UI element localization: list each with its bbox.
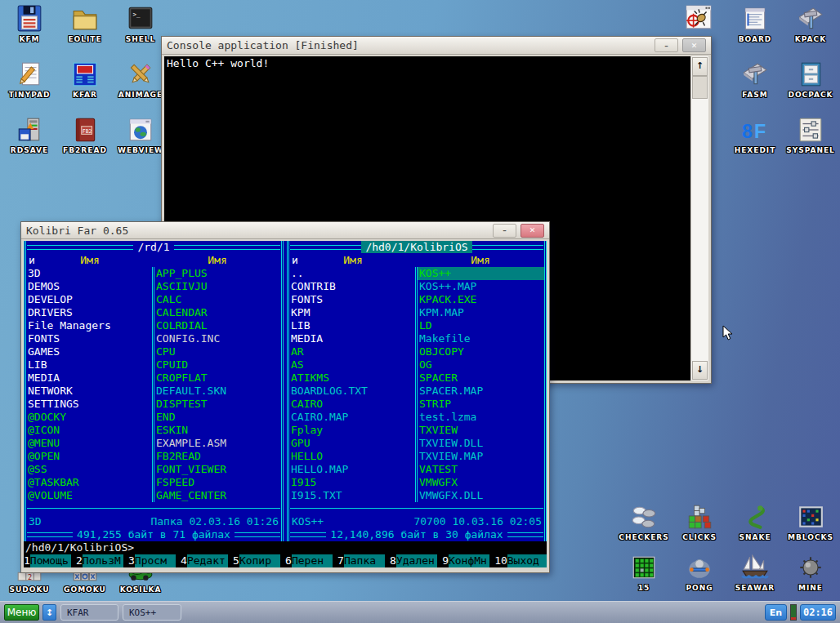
- file-item[interactable]: MEDIA: [26, 372, 152, 385]
- file-item[interactable]: BOARDLOG.TXT: [289, 385, 415, 398]
- file-item[interactable]: File Managers: [26, 319, 152, 332]
- desktop-icon-15[interactable]: 15: [616, 550, 672, 601]
- file-item[interactable]: ..: [289, 267, 415, 280]
- function-key[interactable]: 8Удален: [390, 554, 437, 567]
- file-item[interactable]: DEVELOP: [26, 293, 152, 306]
- file-item[interactable]: KPM.MAP: [418, 306, 544, 319]
- desktop-icon-shell[interactable]: SHELL: [113, 2, 168, 57]
- file-item[interactable]: VMWGFX.DLL: [418, 489, 544, 502]
- file-item[interactable]: FONTS: [26, 332, 152, 345]
- file-item[interactable]: HELLO.MAP: [289, 463, 415, 476]
- desktop-icon-kfm[interactable]: KFM: [2, 2, 57, 57]
- file-item[interactable]: OBJCOPY: [418, 345, 544, 358]
- desktop-icon-fb2read[interactable]: FB2READ: [57, 113, 113, 168]
- file-item[interactable]: AR: [289, 345, 415, 358]
- file-item[interactable]: Fplay: [289, 424, 415, 437]
- file-item[interactable]: FB2READ: [154, 450, 281, 463]
- file-item[interactable]: CALENDAR: [154, 306, 281, 319]
- desktop-icon-fasm[interactable]: FASM: [727, 57, 783, 113]
- function-key[interactable]: 4Редакт: [181, 554, 228, 567]
- file-item[interactable]: test.lzma: [418, 411, 544, 424]
- file-item[interactable]: VATEST: [418, 463, 544, 476]
- file-item[interactable]: LD: [418, 319, 544, 332]
- file-item[interactable]: DEFAULT.SKN: [154, 385, 281, 398]
- taskbar-task-kfar[interactable]: KFAR: [60, 604, 118, 621]
- file-item[interactable]: MEDIA: [289, 332, 415, 345]
- file-item[interactable]: GPU: [289, 437, 415, 450]
- file-item[interactable]: COLRDIAL: [154, 319, 281, 332]
- desktop-icon-webview[interactable]: WEBVIEW: [113, 113, 168, 168]
- file-item[interactable]: DRIVERS: [26, 306, 152, 319]
- scroll-down-icon[interactable]: ↓: [692, 361, 708, 380]
- file-item[interactable]: FONT_VIEWER: [154, 463, 281, 476]
- debug-window-icon[interactable]: [683, 4, 714, 32]
- console-scrollbar[interactable]: ↑ ↓: [690, 56, 708, 380]
- desktop-icon-hexedit[interactable]: HEXEDIT: [727, 113, 783, 168]
- file-item[interactable]: FSPEED: [154, 476, 281, 489]
- console-titlebar[interactable]: Console application [Finished] – ✕: [162, 37, 711, 55]
- file-item[interactable]: @ICON: [26, 424, 152, 437]
- desktop-icon-board[interactable]: BOARD: [727, 2, 783, 57]
- file-item[interactable]: KPM: [289, 306, 415, 319]
- file-item[interactable]: I915: [289, 476, 415, 489]
- file-item[interactable]: AS: [289, 358, 415, 372]
- function-key[interactable]: 6Перен: [285, 554, 333, 567]
- file-item[interactable]: Makefile: [418, 332, 544, 345]
- file-item[interactable]: @DOCKY: [26, 411, 152, 424]
- function-key[interactable]: 1Помощь: [24, 554, 71, 567]
- file-item[interactable]: ESKIN: [154, 424, 281, 437]
- desktop-icon-docpack[interactable]: DOCPACK: [783, 57, 838, 113]
- file-item[interactable]: LIB: [26, 358, 152, 372]
- file-item[interactable]: ATIKMS: [289, 372, 415, 385]
- file-item[interactable]: TXVIEW.DLL: [418, 437, 544, 450]
- file-item[interactable]: SPACER: [418, 372, 544, 385]
- file-item[interactable]: END: [154, 411, 281, 424]
- file-item[interactable]: CAIRO.MAP: [289, 411, 415, 424]
- minimize-button[interactable]: –: [493, 224, 516, 238]
- file-item[interactable]: ASCIIVJU: [154, 280, 281, 293]
- file-item[interactable]: KPACK.EXE: [418, 293, 544, 306]
- column-header[interactable]: Имя: [289, 254, 417, 267]
- function-key[interactable]: 10Выход: [494, 554, 547, 567]
- file-item[interactable]: CROPFLAT: [154, 372, 281, 385]
- function-key[interactable]: 7Папка: [337, 554, 385, 567]
- file-item[interactable]: SETTINGS: [26, 398, 152, 411]
- panel-path[interactable]: /rd/1: [133, 241, 173, 253]
- desktop-icon-syspanel[interactable]: SYSPANEL: [783, 113, 838, 168]
- taskbar-task-kos[interactable]: KOS++: [123, 604, 181, 621]
- clock[interactable]: 02:16: [800, 604, 836, 621]
- desktop-icon-pong[interactable]: PONG: [672, 550, 727, 601]
- desktop-icon-rdsave[interactable]: RDSAVE: [2, 113, 57, 168]
- language-indicator[interactable]: En: [765, 604, 787, 621]
- file-item[interactable]: DEMOS: [26, 280, 152, 293]
- file-item[interactable]: HELLO: [289, 450, 415, 463]
- desktop-icon-mine[interactable]: MINE: [783, 550, 838, 601]
- file-item[interactable]: 3D: [26, 267, 152, 280]
- function-key[interactable]: 3Просм: [128, 554, 176, 567]
- file-item[interactable]: SPACER.MAP: [418, 385, 544, 398]
- file-item[interactable]: @SS: [26, 463, 152, 476]
- file-item[interactable]: CPU: [154, 345, 281, 358]
- file-item[interactable]: DISPTEST: [154, 398, 281, 411]
- desktop-icon-kpack[interactable]: KPACK: [783, 2, 838, 57]
- desktop-icon-clicks[interactable]: CLICKS: [672, 500, 727, 550]
- desktop-icon-animage[interactable]: ANIMAGE: [113, 57, 168, 113]
- desktop-icon-snake[interactable]: SNAKE: [727, 500, 783, 550]
- file-item[interactable]: GAMES: [26, 345, 152, 358]
- desktop-icon-seawar[interactable]: SEAWAR: [727, 550, 783, 601]
- column-header[interactable]: Имя: [417, 254, 544, 267]
- updown-button[interactable]: ↕: [42, 604, 56, 621]
- file-item[interactable]: LIB: [289, 319, 415, 332]
- file-item[interactable]: CPUID: [154, 358, 281, 372]
- minimize-button[interactable]: –: [655, 38, 678, 52]
- column-header[interactable]: Имя: [154, 254, 281, 267]
- file-item[interactable]: KOS++.MAP: [418, 280, 544, 293]
- command-line[interactable]: /hd0/1/KolibriOS>: [24, 541, 547, 554]
- scroll-up-icon[interactable]: ↑: [692, 57, 708, 76]
- file-item[interactable]: CALC: [154, 293, 281, 306]
- file-item[interactable]: CONTRIB: [289, 280, 415, 293]
- file-item[interactable]: TXVIEW: [418, 424, 544, 437]
- file-item[interactable]: VMWGFX: [418, 476, 544, 489]
- file-item[interactable]: FONTS: [289, 293, 415, 306]
- file-item[interactable]: KOS++: [418, 267, 544, 280]
